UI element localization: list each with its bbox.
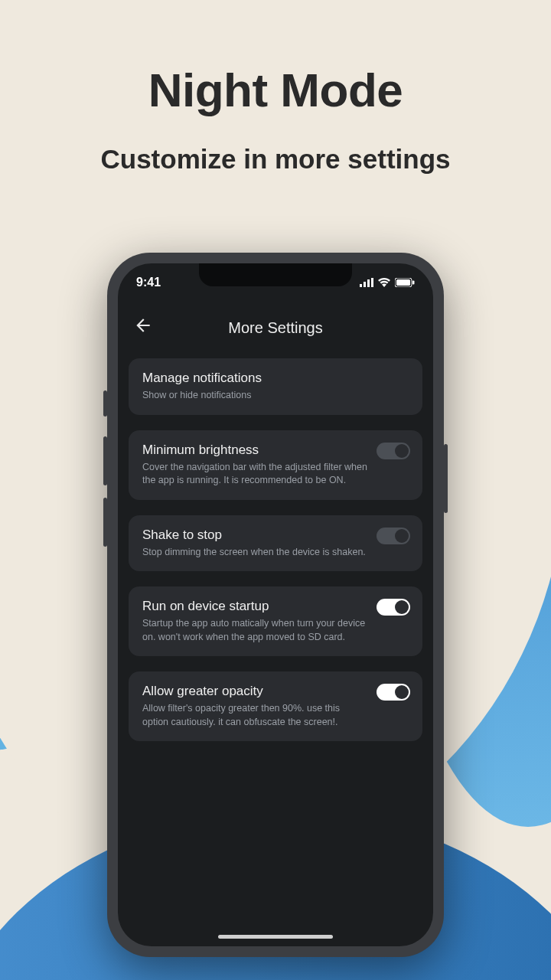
setting-title: Shake to stop: [142, 528, 409, 543]
phone-side-button: [103, 436, 107, 485]
phone-side-button: [103, 390, 107, 416]
toggle-knob: [395, 529, 409, 543]
setting-desc: Startup the app auto matically when turn…: [142, 617, 409, 644]
phone-frame: 9:41 More Settings Manage notifi: [107, 253, 444, 957]
phone-side-button: [444, 444, 448, 513]
setting-title: Run on device startup: [142, 599, 409, 614]
setting-title: Minimum brightness: [142, 443, 409, 458]
svg-rect-0: [360, 284, 362, 287]
toggle-minimum-brightness[interactable]: [377, 443, 410, 459]
svg-rect-3: [371, 278, 373, 287]
setting-manage-notifications[interactable]: Manage notifications Show or hide notifi…: [129, 358, 422, 415]
setting-shake-to-stop[interactable]: Shake to stop Stop dimming the screen wh…: [129, 515, 422, 572]
home-indicator[interactable]: [218, 935, 333, 939]
setting-allow-greater-opacity[interactable]: Allow greater opacity Allow filter's opa…: [129, 671, 422, 741]
toggle-knob: [395, 600, 409, 614]
toggle-run-on-startup[interactable]: [377, 599, 410, 616]
back-button[interactable]: [133, 315, 153, 338]
setting-desc: Allow filter's opacity greater then 90%.…: [142, 702, 409, 729]
cellular-icon: [360, 278, 373, 287]
setting-minimum-brightness[interactable]: Minimum brightness Cover the navigation …: [129, 430, 422, 500]
toggle-knob: [395, 444, 409, 458]
toggle-allow-greater-opacity[interactable]: [377, 684, 410, 701]
promo-headline: Night Mode: [0, 63, 551, 117]
page-title: More Settings: [228, 319, 322, 337]
setting-desc: Show or hide notifications: [142, 389, 409, 403]
setting-desc: Stop dimming the screen when the device …: [142, 546, 409, 560]
svg-rect-2: [367, 279, 370, 287]
wifi-icon: [378, 278, 390, 287]
setting-run-on-startup[interactable]: Run on device startup Startup the app au…: [129, 586, 422, 656]
svg-rect-5: [396, 279, 410, 286]
setting-title: Allow greater opacity: [142, 684, 409, 699]
phone-side-button: [103, 498, 107, 547]
settings-list: Manage notifications Show or hide notifi…: [129, 358, 422, 756]
svg-rect-6: [412, 281, 415, 285]
status-time: 9:41: [136, 276, 161, 289]
toggle-shake-to-stop[interactable]: [377, 528, 410, 544]
promo-subhead: Customize in more settings: [0, 144, 551, 175]
toggle-knob: [395, 685, 409, 699]
status-icons: [360, 278, 415, 287]
battery-icon: [395, 278, 415, 287]
phone-notch: [199, 263, 352, 286]
setting-title: Manage notifications: [142, 371, 409, 386]
app-navbar: More Settings: [118, 312, 433, 343]
arrow-left-icon: [133, 315, 153, 335]
svg-rect-1: [364, 282, 366, 287]
setting-desc: Cover the navigation bar with the adjust…: [142, 461, 409, 488]
phone-screen: 9:41 More Settings Manage notifi: [118, 263, 433, 946]
